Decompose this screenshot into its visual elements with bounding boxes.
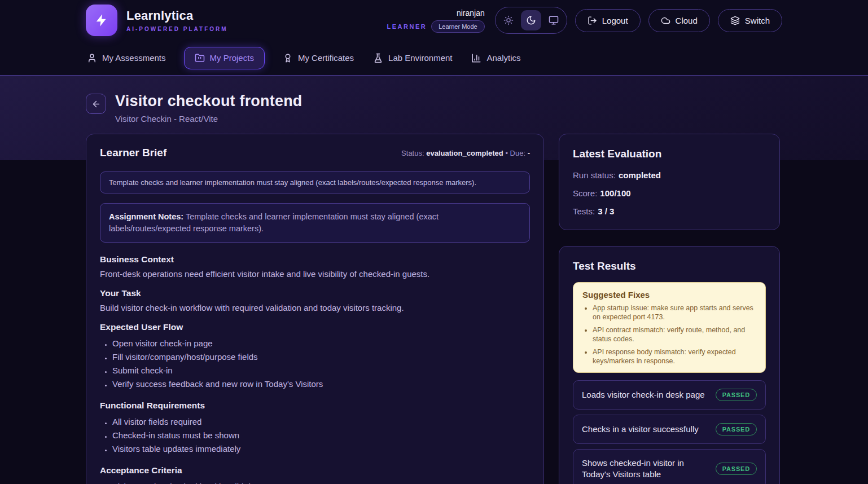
fix-item: API response body mismatch: verify expec… [593, 347, 756, 366]
bullet-item: Submit check-in [112, 364, 530, 377]
back-button[interactable] [86, 94, 106, 114]
flask-icon [373, 53, 383, 63]
tab-label: My Certificates [298, 53, 354, 63]
user-block: niranjan LEARNER Learner Mode [387, 8, 485, 33]
theme-light-button[interactable] [498, 10, 519, 30]
bar-chart-icon [471, 53, 481, 63]
theme-system-button[interactable] [543, 10, 564, 30]
brief-section: Expected User FlowOpen visitor check-in … [100, 322, 530, 391]
moon-icon [526, 15, 536, 25]
bolt-logo-icon [86, 5, 117, 36]
tab-analytics[interactable]: Analytics [470, 47, 521, 69]
section-bullets: Visitor can be checked in with valid dat… [100, 480, 530, 484]
switch-label: Switch [745, 16, 770, 25]
due-value: - [528, 149, 530, 157]
app-header: Learnlytica AI-POWERED PLATFORM niranjan… [0, 0, 868, 41]
page-title: Visitor checkout frontend [115, 93, 303, 110]
suggested-fixes-list: App startup issue: make sure app starts … [582, 303, 756, 366]
user-name: niranjan [457, 8, 485, 17]
monitor-icon [549, 15, 559, 25]
brief-section: Acceptance CriteriaVisitor can be checke… [100, 465, 530, 484]
switch-button[interactable]: Switch [718, 9, 782, 32]
brief-section: Your TaskBuild visitor check-in workflow… [100, 288, 530, 313]
tests-row: Tests:3 / 3 [573, 206, 766, 216]
run-status-row: Run status:completed [573, 170, 766, 180]
brand-name: Learnlytica [126, 8, 228, 23]
main-content: Learner Brief Status: evaluation_complet… [0, 134, 868, 484]
bullet-item: Visitor can be checked in with valid dat… [112, 480, 530, 484]
tab-label: My Assessments [102, 53, 166, 63]
template-note-box: Template checks and learner implementati… [100, 171, 530, 193]
brand: Learnlytica AI-POWERED PLATFORM [86, 5, 228, 36]
brief-section: Business ContextFront-desk operations ne… [100, 254, 530, 279]
evaluation-title: Latest Evaluation [573, 148, 766, 160]
cloud-button[interactable]: Cloud [648, 9, 710, 32]
main-nav: My Assessments My Projects My Certificat… [0, 41, 868, 76]
brief-title: Learner Brief [100, 147, 166, 159]
test-name: Checks in a visitor successfully [582, 424, 699, 435]
bullet-item: All visitor fields required [112, 415, 530, 429]
section-bullets: Open visitor check-in pageFill visitor/c… [100, 337, 530, 391]
header-actions: niranjan LEARNER Learner Mode [387, 7, 782, 34]
score-row: Score:100/100 [573, 188, 766, 198]
logout-icon [588, 16, 597, 25]
tab-label: Lab Environment [388, 53, 452, 63]
logout-label: Logout [602, 16, 628, 25]
tab-my-certificates[interactable]: My Certificates [282, 47, 355, 69]
sun-icon [503, 15, 514, 25]
brief-section: Functional RequirementsAll visitor field… [100, 401, 530, 456]
brand-tagline: AI-POWERED PLATFORM [126, 26, 228, 32]
test-result-row: Shows checked-in visitor in Today's Visi… [573, 449, 766, 484]
layers-icon [730, 16, 740, 25]
brief-sections: Business ContextFront-desk operations ne… [100, 254, 530, 484]
cloud-icon [661, 16, 670, 25]
fix-item: API contract mismatch: verify route, met… [593, 325, 756, 344]
test-rows: Loads visitor check-in desk pagePASSEDCh… [573, 380, 766, 484]
test-name: Loads visitor check-in desk page [582, 389, 705, 401]
brief-status-line: Status: evaluation_completed • Due: - [401, 149, 530, 157]
test-result-row: Loads visitor check-in desk pagePASSED [573, 380, 766, 410]
section-heading: Expected User Flow [100, 322, 530, 332]
suggested-fixes-box: Suggested Fixes App startup issue: make … [573, 282, 766, 373]
section-heading: Business Context [100, 254, 530, 265]
tab-lab-environment[interactable]: Lab Environment [372, 47, 453, 69]
tab-label: Analytics [486, 53, 520, 63]
section-heading: Your Task [100, 288, 530, 298]
theme-toggle [495, 7, 567, 34]
suggested-fixes-title: Suggested Fixes [582, 290, 756, 300]
user-icon [87, 53, 97, 63]
assignment-notes-box: Assignment Notes: Template checks and le… [100, 203, 530, 243]
section-heading: Functional Requirements [100, 401, 530, 411]
bullet-item: Fill visitor/company/host/purpose fields [112, 350, 530, 364]
status-badge: PASSED [716, 423, 757, 435]
folder-icon [195, 53, 205, 63]
status-badge: PASSED [716, 463, 757, 475]
theme-dark-button[interactable] [521, 10, 541, 30]
status-label: Status: [401, 149, 424, 157]
cloud-label: Cloud [676, 16, 698, 25]
learner-mode-badge: Learner Mode [431, 20, 485, 33]
learner-brief-card: Learner Brief Status: evaluation_complet… [86, 134, 544, 484]
tab-my-projects[interactable]: My Projects [184, 47, 265, 69]
section-heading: Acceptance Criteria [100, 465, 530, 476]
status-value: evaluation_completed [426, 149, 503, 157]
test-results-title: Test Results [573, 260, 766, 272]
logout-button[interactable]: Logout [575, 9, 641, 32]
page-subtitle: Visitor Checkin - React/Vite [115, 114, 303, 124]
bullet-item: Verify success feedback and new row in T… [112, 377, 530, 391]
section-text: Build visitor check-in workflow with req… [100, 303, 530, 313]
assignment-notes-label: Assignment Notes: [109, 212, 183, 221]
section-text: Front-desk operations need efficient vis… [100, 269, 530, 279]
separator-dot: • [505, 149, 508, 157]
latest-evaluation-card: Latest Evaluation Run status:completed S… [559, 134, 780, 230]
tab-my-assessments[interactable]: My Assessments [86, 47, 167, 69]
award-icon [283, 53, 293, 63]
fix-item: App startup issue: make sure app starts … [593, 303, 756, 322]
section-bullets: All visitor fields requiredChecked-in st… [100, 415, 530, 456]
arrow-left-icon [91, 99, 101, 109]
bullet-item: Open visitor check-in page [112, 337, 530, 350]
bullet-item: Visitors table updates immediately [112, 442, 530, 456]
status-badge: PASSED [716, 389, 757, 401]
test-name: Shows checked-in visitor in Today's Visi… [582, 457, 709, 480]
user-role-label: LEARNER [387, 23, 427, 30]
